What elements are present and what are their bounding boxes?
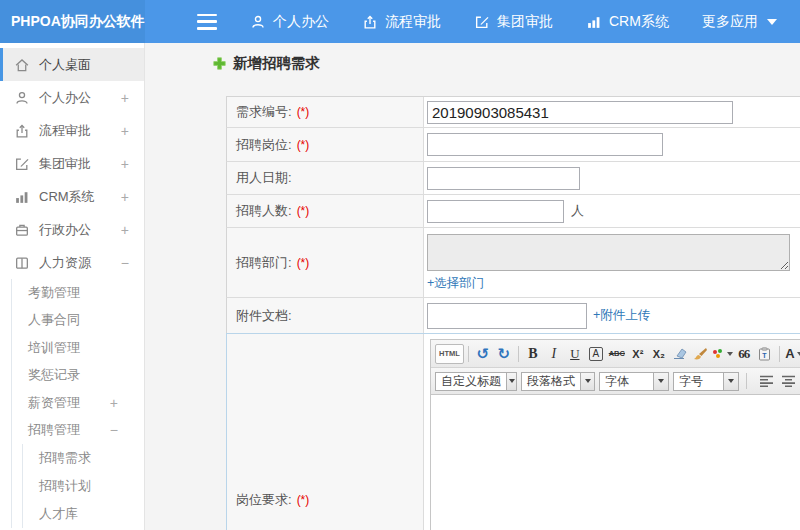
- expand-plus-icon[interactable]: +: [121, 156, 129, 172]
- edit-icon: [474, 14, 490, 30]
- field-label: 招聘部门:: [236, 254, 292, 272]
- required-mark: (*): [297, 138, 310, 152]
- position-input[interactable]: [427, 133, 663, 156]
- select-department-link[interactable]: +选择部门: [427, 275, 484, 292]
- sidebar-item-recruit-plan[interactable]: 招聘计划: [23, 472, 144, 500]
- chevron-down-icon: [727, 352, 733, 356]
- redo-button[interactable]: ↻: [494, 344, 514, 364]
- sidebar-item-label: 招聘需求: [39, 449, 91, 467]
- chevron-down-icon: [506, 373, 516, 390]
- sidebar-item-label: 流程审批: [39, 122, 91, 140]
- form-row-demand-no: 需求编号: (*): [226, 97, 800, 128]
- paragraph-format-select[interactable]: 段落格式: [521, 372, 595, 391]
- custom-title-select[interactable]: 自定义标题: [435, 372, 517, 391]
- expand-plus-icon[interactable]: +: [121, 123, 129, 139]
- color-palette-button[interactable]: [712, 344, 733, 364]
- underline-button[interactable]: U: [565, 344, 585, 364]
- sidebar-item-label: 个人办公: [39, 89, 91, 107]
- align-left-button[interactable]: [758, 371, 775, 391]
- main-content: 新增招聘需求 需求编号: (*) 招聘岗位: (*): [145, 43, 800, 530]
- sidebar-item-talent-pool[interactable]: 人才库: [23, 500, 144, 528]
- form-row-job-requirements: 岗位要求: (*) HTML ↺ ↻ B I U: [226, 333, 800, 530]
- nav-workflow-approval[interactable]: 流程审批: [362, 13, 441, 31]
- alignment-buttons: [758, 371, 800, 391]
- home-icon: [14, 57, 30, 73]
- required-mark: (*): [297, 105, 310, 119]
- sidebar-item-label: 人才库: [39, 505, 78, 523]
- field-label: 招聘人数:: [236, 202, 292, 220]
- field-label: 用人日期:: [236, 169, 292, 187]
- briefcase-icon: [14, 222, 30, 238]
- sidebar: 个人桌面 个人办公 + 流程审批 + 集团审批: [0, 43, 145, 530]
- sidebar-item-hr-contract[interactable]: 人事合同: [12, 307, 144, 335]
- app-window: PHPOA协同办公软件 个人办公 流程审批: [0, 0, 800, 530]
- form-row-position: 招聘岗位: (*): [226, 128, 800, 162]
- attachment-input[interactable]: [427, 303, 587, 329]
- strikethrough-button[interactable]: ABC: [607, 344, 627, 364]
- eraser-button[interactable]: [670, 344, 690, 364]
- sidebar-item-admin-office[interactable]: 行政办公 +: [0, 213, 144, 246]
- chevron-down-icon: [653, 373, 668, 390]
- format-brush-button[interactable]: [691, 344, 711, 364]
- expand-plus-icon[interactable]: +: [110, 395, 118, 411]
- flow-icon: [14, 123, 30, 139]
- sidebar-item-rewards[interactable]: 奖惩记录: [12, 362, 144, 390]
- align-center-button[interactable]: [780, 371, 797, 391]
- undo-button[interactable]: ↺: [473, 344, 493, 364]
- field-label: 需求编号:: [236, 103, 292, 121]
- nav-label: CRM系统: [609, 13, 669, 31]
- text-style-button[interactable]: A: [589, 347, 603, 361]
- attachment-upload-link[interactable]: +附件上传: [593, 307, 650, 324]
- expand-plus-icon[interactable]: +: [121, 189, 129, 205]
- sidebar-item-recruit-mgmt[interactable]: 招聘管理 −: [12, 417, 144, 445]
- sidebar-item-group-approval[interactable]: 集团审批 +: [0, 147, 144, 180]
- nav-personal-office[interactable]: 个人办公: [250, 13, 329, 31]
- collapse-minus-icon[interactable]: −: [121, 255, 129, 271]
- top-nav: 个人办公 流程审批 集团审批: [197, 0, 777, 43]
- hire-date-input[interactable]: [427, 167, 580, 190]
- paste-button[interactable]: T: [755, 344, 775, 364]
- nav-crm-system[interactable]: CRM系统: [586, 13, 669, 31]
- form-row-department: 招聘部门: (*) +选择部门: [226, 228, 800, 298]
- nav-group-approval[interactable]: 集团审批: [474, 13, 553, 31]
- sidebar-item-recruit-demand[interactable]: 招聘需求: [23, 444, 144, 472]
- font-size-select[interactable]: 字号: [673, 372, 739, 391]
- field-label: 附件文档:: [236, 307, 292, 325]
- hamburger-menu-icon[interactable]: [197, 14, 217, 30]
- select-value: 字体: [600, 373, 653, 390]
- editor-toolbar-row1: HTML ↺ ↻ B I U A ABC X² X₂: [431, 340, 800, 368]
- expand-plus-icon[interactable]: +: [121, 222, 129, 238]
- superscript-button[interactable]: X²: [628, 344, 648, 364]
- flow-icon: [362, 14, 378, 30]
- sidebar-item-crm[interactable]: CRM系统 +: [0, 180, 144, 213]
- collapse-minus-icon[interactable]: −: [110, 422, 118, 438]
- bold-button[interactable]: B: [523, 344, 543, 364]
- font-color-button[interactable]: A: [784, 344, 800, 364]
- sidebar-item-label: 行政办公: [39, 221, 91, 239]
- html-source-button[interactable]: HTML: [435, 344, 464, 364]
- headcount-input[interactable]: [427, 200, 564, 223]
- nav-more-apps[interactable]: 更多应用: [702, 13, 777, 31]
- sidebar-item-label: 培训管理: [28, 339, 80, 357]
- recruit-submenu: 招聘需求 招聘计划 人才库: [22, 444, 144, 528]
- hr-submenu: 考勤管理 人事合同 培训管理 奖惩记录 薪资管理 + 招聘管理 − 招聘需求: [11, 279, 144, 528]
- department-textarea[interactable]: [427, 234, 790, 271]
- sidebar-item-label: 奖惩记录: [28, 366, 80, 384]
- sidebar-item-personal-office[interactable]: 个人办公 +: [0, 81, 144, 114]
- demand-no-input[interactable]: [427, 101, 733, 124]
- sidebar-item-label: 考勤管理: [28, 284, 80, 302]
- font-family-select[interactable]: 字体: [599, 372, 669, 391]
- subscript-button[interactable]: X₂: [649, 344, 669, 364]
- required-mark: (*): [297, 256, 310, 270]
- font-color-letter: A: [785, 346, 794, 361]
- sidebar-item-hr[interactable]: 人力资源 −: [0, 246, 144, 279]
- blockquote-button[interactable]: 66: [734, 344, 754, 364]
- editor-content-area[interactable]: [431, 395, 800, 530]
- italic-button[interactable]: I: [544, 344, 564, 364]
- sidebar-item-salary[interactable]: 薪资管理 +: [12, 389, 144, 417]
- expand-plus-icon[interactable]: +: [121, 90, 129, 106]
- sidebar-item-desktop[interactable]: 个人桌面: [0, 48, 144, 81]
- sidebar-item-workflow[interactable]: 流程审批 +: [0, 114, 144, 147]
- sidebar-item-training[interactable]: 培训管理: [12, 334, 144, 362]
- sidebar-item-attendance[interactable]: 考勤管理: [12, 279, 144, 307]
